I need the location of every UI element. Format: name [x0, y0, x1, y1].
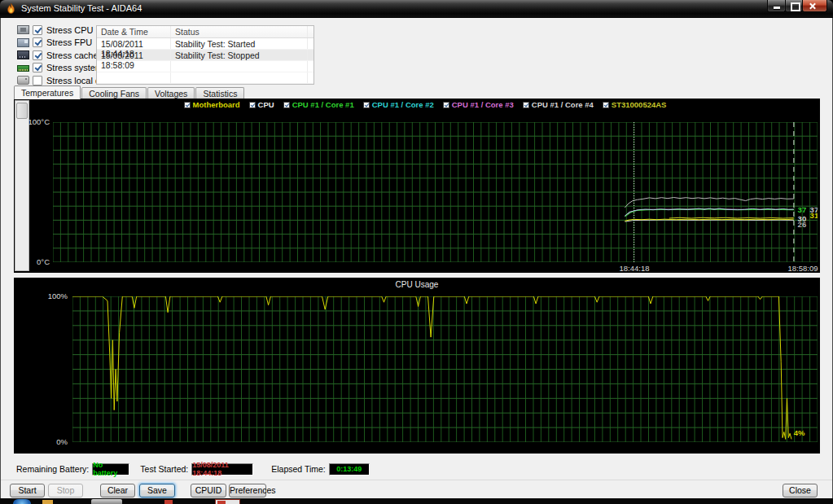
cell-datetime	[97, 61, 171, 72]
cell-extra	[308, 72, 313, 83]
legend-item-cpu-1-core-3: CPU #1 / Core #3	[443, 100, 514, 109]
table-row[interactable]	[97, 61, 313, 72]
cpu-y-max-label: 100%	[14, 291, 68, 300]
chart-value-label: 37	[798, 205, 807, 214]
legend-checkbox-cpu-1-core-3[interactable]	[443, 102, 449, 108]
temp-x-tick-start: 18:44:18	[620, 264, 650, 273]
tab-voltages[interactable]: Voltages	[147, 87, 195, 99]
save-button[interactable]: Save	[139, 484, 175, 497]
legend-label: Motherboard	[193, 100, 240, 109]
test-started-value: 15/08/2011 18:44:18	[191, 463, 253, 476]
cell-extra	[308, 84, 313, 85]
legend-item-cpu: CPU	[249, 100, 274, 109]
temperature-chart: 3737303126	[53, 122, 818, 262]
table-row[interactable]: 15/08/2011 18:44:18Stability Test: Start…	[97, 38, 313, 50]
taskbar-active-app-button[interactable]	[215, 499, 240, 504]
table-row[interactable]: 15/08/2011 18:58:09Stability Test: Stopp…	[97, 50, 313, 61]
temp-y-min-label: 0°C	[14, 257, 50, 266]
taskbar-folder-icon[interactable]	[42, 500, 53, 504]
cache-icon	[17, 50, 29, 59]
minimize-button[interactable]	[767, 0, 786, 12]
elapsed-time-label: Elapsed Time:	[271, 464, 326, 474]
cpu-usage-title: CPU Usage	[14, 280, 820, 289]
checkbox-stress-fpu[interactable]	[33, 37, 42, 47]
event-log-rows: 15/08/2011 18:44:18Stability Test: Start…	[97, 38, 313, 85]
checkbox-stress-system-memory[interactable]	[33, 63, 42, 72]
legend-label: CPU #1 / Core #3	[452, 100, 514, 109]
table-row[interactable]	[97, 84, 313, 85]
cpuid-button[interactable]: CPUID	[191, 484, 226, 497]
legend-item-cpu-1-core-2: CPU #1 / Core #2	[363, 100, 434, 109]
start-button[interactable]: Start	[10, 484, 45, 497]
status-bar: Remaining Battery: No battery Test Start…	[16, 462, 370, 476]
legend-checkbox-cpu-1-core-2[interactable]	[363, 102, 370, 108]
cell-datetime	[97, 72, 171, 83]
tab-statistics[interactable]: Statistics	[195, 87, 244, 99]
window-controls	[768, 0, 827, 12]
legend-checkbox-cpu-1-core-1[interactable]	[283, 102, 290, 108]
legend-item-cpu-1-core-1: CPU #1 / Core #1	[283, 100, 354, 109]
tab-cooling-fans[interactable]: Cooling Fans	[81, 87, 147, 99]
cell-status	[171, 84, 308, 85]
flame-icon	[6, 3, 16, 15]
legend-checkbox-cpu-1-core-4[interactable]	[523, 102, 529, 108]
cpu-y-min-label: 0%	[14, 437, 68, 446]
window-close-button[interactable]	[802, 0, 827, 12]
legend-label: CPU #1 / Core #2	[372, 100, 434, 109]
legend-label: CPU #1 / Core #4	[532, 100, 594, 109]
cell-status	[171, 61, 308, 72]
temp-y-max-label: 100°C	[14, 117, 50, 126]
separator	[1, 480, 832, 481]
column-header-datetime[interactable]: Date & Time	[97, 26, 171, 37]
legend-item-st31000524as: ST31000524AS	[603, 100, 667, 109]
stress-option-label: Stress CPU	[46, 25, 93, 35]
battery-value: No battery	[92, 463, 129, 476]
cpu-usage-panel: CPU Usage 100% 0% 4%	[14, 278, 820, 454]
chart-value-label: 31	[810, 211, 818, 220]
stress-option-label: Stress cache	[46, 50, 99, 60]
test-started-label: Test Started:	[140, 464, 188, 474]
checkbox-stress-cpu[interactable]	[33, 25, 42, 35]
checkbox-stress-local-disks[interactable]	[33, 76, 42, 85]
legend-checkbox-cpu[interactable]	[249, 102, 256, 108]
cell-extra	[308, 61, 313, 72]
legend-item-cpu-1-core-4: CPU #1 / Core #4	[523, 100, 594, 109]
cpu-usage-chart: 4%	[72, 296, 818, 442]
temperatures-panel: MotherboardCPUCPU #1 / Core #1CPU #1 / C…	[14, 99, 820, 273]
maximize-button[interactable]	[785, 0, 803, 12]
legend-label: CPU	[258, 100, 274, 109]
temperature-legend: MotherboardCPUCPU #1 / Core #1CPU #1 / C…	[33, 99, 817, 110]
scrollbar-thumb[interactable]	[16, 103, 28, 119]
table-row[interactable]	[97, 72, 313, 84]
cell-status	[171, 72, 308, 83]
taskbar-app-icon[interactable]	[164, 500, 173, 504]
dialog-body: Stress CPUStress FPUStress cacheStress s…	[0, 18, 833, 498]
stress-option-label: Stress FPU	[46, 37, 92, 47]
elapsed-time-value: 0:13:49	[329, 463, 370, 476]
legend-checkbox-st31000524as[interactable]	[603, 102, 609, 108]
cell-datetime: 15/08/2011 18:58:09	[97, 50, 171, 60]
chart-value-label: 4%	[794, 428, 805, 437]
tab-temperatures[interactable]: Temperatures	[14, 85, 81, 99]
cell-status: Stability Test: Stopped	[171, 50, 308, 60]
temp-x-tick-end: 18:58:09	[788, 264, 818, 273]
legend-item-motherboard: Motherboard	[184, 100, 240, 109]
legend-checkbox-motherboard[interactable]	[184, 102, 191, 108]
cell-datetime	[97, 84, 171, 85]
clear-button[interactable]: Clear	[100, 484, 135, 497]
preferences-button[interactable]: Preferences	[229, 484, 266, 497]
close-button[interactable]: Close	[783, 484, 818, 497]
fpu-icon	[17, 38, 29, 47]
column-header-extra	[308, 26, 313, 37]
cell-extra	[308, 50, 313, 60]
checkbox-stress-cache[interactable]	[33, 50, 42, 60]
legend-label: CPU #1 / Core #1	[292, 100, 354, 109]
stop-button[interactable]: Stop	[48, 484, 83, 497]
column-header-status[interactable]: Status	[171, 26, 308, 37]
tab-bar: Temperatures Cooling Fans Voltages Stati…	[14, 85, 245, 99]
event-log-table[interactable]: Date & Time Status 15/08/2011 18:44:18St…	[96, 25, 314, 85]
taskbar-window-button[interactable]	[91, 499, 122, 504]
start-orb-icon[interactable]	[13, 499, 31, 504]
event-log-header: Date & Time Status	[97, 26, 313, 38]
cell-extra	[308, 38, 313, 49]
